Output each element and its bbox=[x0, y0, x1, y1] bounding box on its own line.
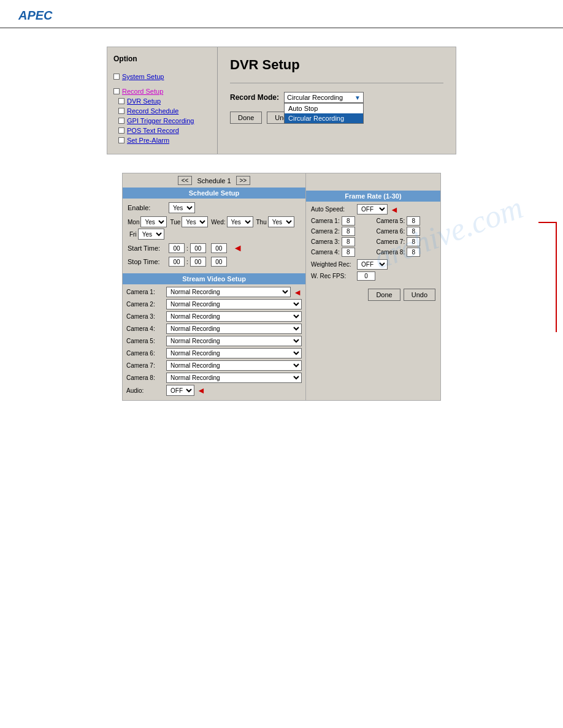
camera1-select[interactable]: Normal Recording bbox=[166, 287, 291, 297]
header: APEC bbox=[0, 0, 563, 28]
cam1-fps: Camera 1: bbox=[311, 216, 370, 226]
start-time-s[interactable] bbox=[211, 243, 227, 253]
wed-select[interactable]: Yes bbox=[227, 216, 253, 227]
checkbox-icon-record bbox=[113, 88, 120, 94]
checkbox-pre-alarm bbox=[118, 137, 124, 143]
bottom-panels: << Schedule 1 >> Schedule Setup Enable: … bbox=[122, 173, 441, 401]
nav-item-record-setup[interactable]: Record Setup bbox=[113, 88, 211, 95]
cam4-fps-input[interactable] bbox=[342, 248, 355, 257]
audio-arrow: ◄ bbox=[197, 385, 205, 395]
schedule-next-btn[interactable]: >> bbox=[236, 176, 251, 185]
camera8-select[interactable]: Normal Recording bbox=[166, 373, 302, 383]
dvr-setup-link[interactable]: DVR Setup bbox=[127, 97, 161, 105]
start-time-h[interactable] bbox=[169, 243, 185, 253]
day-tue: Tue Yes bbox=[170, 216, 208, 227]
camera2-row: Camera 2: Normal Recording bbox=[126, 299, 302, 309]
cam1-fps-input[interactable] bbox=[342, 216, 355, 226]
day-fri: Fri Yes bbox=[129, 229, 164, 240]
weighted-rec-label: Weighted Rec: bbox=[311, 261, 357, 268]
day-thu: Thu Yes bbox=[256, 216, 294, 227]
camera4-select[interactable]: Normal Recording bbox=[166, 324, 302, 334]
fri-select[interactable]: Yes bbox=[138, 229, 164, 240]
cam3-fps-input[interactable] bbox=[342, 237, 355, 246]
system-setup-link[interactable]: System Setup bbox=[122, 73, 164, 80]
cam8-fps-input[interactable] bbox=[407, 248, 420, 257]
option-circular-recording[interactable]: Circular Recording bbox=[285, 113, 363, 123]
start-time-arrow: ◄ bbox=[233, 243, 243, 254]
dvr-setup-panel: Option System Setup Record Setup DVR Set… bbox=[107, 47, 456, 154]
option-auto-stop[interactable]: Auto Stop bbox=[285, 104, 363, 113]
cam7-fps: Camera 7: bbox=[377, 237, 436, 246]
nav-item-pos-text[interactable]: POS Text Record bbox=[118, 127, 211, 134]
stop-time-h[interactable] bbox=[169, 257, 185, 267]
camera1-row: Camera 1: Normal Recording ◄ bbox=[126, 287, 302, 297]
camera7-select[interactable]: Normal Recording bbox=[166, 360, 302, 371]
checkbox-dvr bbox=[118, 98, 124, 104]
nav-item-pre-alarm[interactable]: Set Pre-Alarm bbox=[118, 137, 211, 144]
auto-speed-row: Auto Speed: OFF ◄ bbox=[311, 204, 435, 214]
stop-time-s[interactable] bbox=[211, 257, 227, 267]
sidebar-nav: Option System Setup Record Setup DVR Set… bbox=[107, 47, 218, 154]
record-mode-row: Record Mode: Circular Recording ▼ Auto S… bbox=[230, 92, 443, 103]
camera8-row: Camera 8: Normal Recording bbox=[126, 373, 302, 383]
schedule-title-bar: Schedule Setup bbox=[123, 188, 305, 199]
record-setup-link[interactable]: Record Setup bbox=[122, 88, 163, 95]
done-button[interactable]: Done bbox=[230, 112, 262, 124]
weighted-rec-select[interactable]: OFF bbox=[357, 259, 388, 270]
frame-done-button[interactable]: Done bbox=[368, 289, 400, 301]
camera6-select[interactable]: Normal Recording bbox=[166, 348, 302, 358]
camera5-select[interactable]: Normal Recording bbox=[166, 336, 302, 346]
cam2-fps-input[interactable] bbox=[342, 227, 355, 236]
frame-buttons: Done Undo bbox=[306, 285, 440, 305]
divider bbox=[230, 83, 443, 83]
cam4-fps: Camera 4: bbox=[311, 248, 370, 257]
cam7-fps-input[interactable] bbox=[407, 237, 420, 246]
camera2-select[interactable]: Normal Recording bbox=[166, 299, 302, 309]
start-time-m[interactable] bbox=[190, 243, 206, 253]
sub-nav-items: DVR Setup Record Schedule GPI Trigger Re… bbox=[113, 97, 211, 144]
day-wed: Wed: Yes bbox=[211, 216, 253, 227]
main-content: Option System Setup Record Setup DVR Set… bbox=[0, 28, 563, 419]
record-mode-dropdown[interactable]: Circular Recording ▼ Auto Stop Circular … bbox=[284, 92, 364, 103]
cam5-fps-input[interactable] bbox=[407, 216, 420, 226]
frame-form: Auto Speed: OFF ◄ Camera 1: Cam bbox=[306, 202, 440, 285]
mon-select[interactable]: Yes bbox=[140, 216, 167, 227]
schedule-label: Schedule 1 bbox=[197, 177, 231, 184]
thu-select[interactable]: Yes bbox=[268, 216, 294, 227]
camera-fps-grid: Camera 1: Camera 5: Camera 2: Came bbox=[311, 216, 435, 257]
audio-select[interactable]: OFF bbox=[166, 385, 194, 396]
dvr-setup-title: DVR Setup bbox=[230, 57, 443, 73]
tue-select[interactable]: Yes bbox=[182, 216, 208, 227]
enable-select[interactable]: Yes bbox=[169, 202, 195, 213]
record-schedule-link[interactable]: Record Schedule bbox=[127, 107, 178, 115]
enable-row: Enable: Yes bbox=[128, 202, 301, 213]
camera3-select[interactable]: Normal Recording bbox=[166, 311, 302, 322]
logo: APEC bbox=[18, 9, 53, 22]
schedule-prev-btn[interactable]: << bbox=[178, 176, 193, 185]
nav-item-record-schedule[interactable]: Record Schedule bbox=[118, 107, 211, 115]
pre-alarm-link[interactable]: Set Pre-Alarm bbox=[127, 137, 169, 144]
w-rec-fps-input[interactable] bbox=[357, 271, 375, 281]
auto-speed-select[interactable]: OFF bbox=[357, 204, 388, 214]
stop-time-m[interactable] bbox=[190, 257, 206, 267]
pos-text-link[interactable]: POS Text Record bbox=[127, 127, 179, 134]
record-mode-select-trigger[interactable]: Circular Recording ▼ bbox=[284, 92, 364, 103]
gpi-trigger-link[interactable]: GPI Trigger Recording bbox=[127, 117, 194, 124]
schedule-setup-panel: << Schedule 1 >> Schedule Setup Enable: … bbox=[122, 173, 306, 401]
audio-row: Audio: OFF ◄ bbox=[126, 385, 302, 396]
cam6-fps: Camera 6: bbox=[377, 227, 436, 236]
bottom-panel-wrapper: << Schedule 1 >> Schedule Setup Enable: … bbox=[25, 173, 538, 401]
w-rec-fps-row: W. Rec FPS: bbox=[311, 271, 435, 281]
audio-label: Audio: bbox=[126, 387, 166, 394]
cam6-fps-input[interactable] bbox=[407, 227, 420, 236]
nav-item-dvr-setup[interactable]: DVR Setup bbox=[118, 97, 211, 105]
camera5-row: Camera 5: Normal Recording bbox=[126, 336, 302, 346]
start-time-label: Start Time: bbox=[128, 245, 167, 252]
nav-item-gpi-trigger[interactable]: GPI Trigger Recording bbox=[118, 117, 211, 124]
stop-time-label: Stop Time: bbox=[128, 258, 167, 265]
dvr-setup-main: DVR Setup Record Mode: Circular Recordin… bbox=[218, 47, 456, 154]
nav-item-system-setup[interactable]: System Setup bbox=[113, 73, 211, 80]
cam5-fps: Camera 5: bbox=[377, 216, 436, 226]
frame-undo-button[interactable]: Undo bbox=[404, 289, 435, 301]
camera1-arrow: ◄ bbox=[293, 287, 302, 297]
